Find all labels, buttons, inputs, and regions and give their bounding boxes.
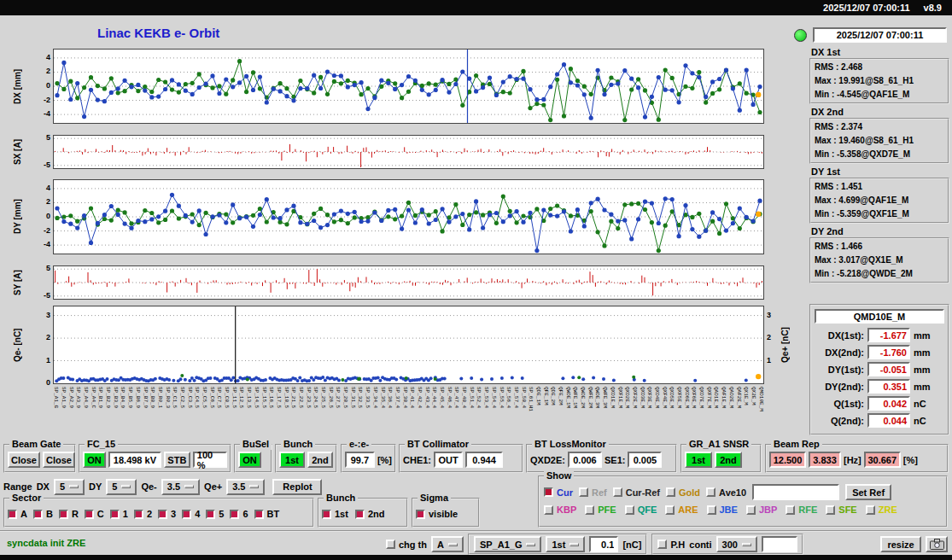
range-dy-select[interactable]: 5: [106, 479, 137, 495]
camera-button[interactable]: [926, 536, 948, 552]
range-dx-select[interactable]: 5: [54, 479, 85, 495]
checkbox-1st[interactable]: 1st: [322, 509, 348, 519]
checkbox-3[interactable]: 3: [158, 509, 176, 519]
busel-on-button[interactable]: ON: [238, 452, 261, 468]
checkbox-bt[interactable]: BT: [254, 509, 280, 519]
gr-a1-1st-button[interactable]: 1st: [685, 452, 712, 468]
bunch-select-bottom[interactable]: 1st: [546, 536, 585, 552]
gr-a1-2nd-button[interactable]: 2nd: [715, 452, 742, 468]
y-tick-label-right: 2: [767, 333, 786, 341]
checkbox-curmref[interactable]: Cur-Ref: [613, 487, 660, 498]
set-ref-button[interactable]: Set Ref: [845, 484, 891, 500]
checkbox-are[interactable]: ARE: [665, 505, 698, 515]
range-qem-select[interactable]: 3.5: [161, 479, 200, 495]
checkbox-ref[interactable]: Ref: [579, 487, 607, 498]
x-axis-label: SP_48_4: [461, 387, 466, 436]
checkbox-ave10[interactable]: Ave10: [706, 487, 746, 498]
checkbox-indicator: [386, 540, 395, 549]
checkbox-b[interactable]: B: [33, 509, 53, 519]
x-axis-label: QWFE_1M: [572, 387, 577, 436]
monitor-label: DY(2nd):: [815, 382, 864, 392]
checkbox-jbe[interactable]: JBE: [707, 505, 738, 515]
aux-input[interactable]: [762, 536, 797, 552]
x-axis-label: SP_B5_9: [127, 387, 132, 436]
stat-group-box: RMS : 2.468Max : 19.991@S8_61_H1Min : -4…: [809, 58, 949, 104]
replot-button[interactable]: Replot: [272, 479, 322, 495]
y-tick-label: -2: [31, 96, 50, 104]
checkbox-indicator: [786, 505, 795, 515]
checkbox-a[interactable]: A: [8, 509, 27, 519]
x-axis-label: QXD5E_M: [669, 387, 674, 436]
checkbox-1[interactable]: 1: [110, 509, 128, 519]
checkbox-cur[interactable]: Cur: [544, 487, 573, 498]
checkbox-gold[interactable]: Gold: [666, 487, 700, 498]
fc15-title: FC_15: [85, 439, 118, 450]
checkbox-qfe[interactable]: QFE: [625, 505, 657, 515]
bunch-2nd-button[interactable]: 2nd: [307, 452, 333, 468]
plot-dx: 420-2-4DX [mm]: [53, 49, 764, 124]
checkbox-jbp[interactable]: JBP: [746, 505, 777, 515]
checkbox-2nd[interactable]: 2nd: [355, 509, 385, 519]
checkbox-kbp[interactable]: KBP: [544, 505, 576, 515]
plot-sy: 5-5SY [A]: [53, 265, 764, 300]
x-axis-label: SP_43_4: [423, 387, 429, 436]
checkbox-indicator: [657, 540, 667, 549]
checkbox-6[interactable]: 6: [230, 509, 248, 519]
x-axis-label: SP_25_5: [320, 387, 325, 436]
option-value: 5: [112, 481, 117, 492]
resize-button[interactable]: resize: [880, 536, 921, 552]
show-row2: KBPPFEQFEAREJBEJBPRFESFEZRE: [540, 500, 946, 515]
fc15-stb-button[interactable]: STB: [164, 452, 190, 468]
sp-select[interactable]: SP_A1_G: [474, 536, 542, 552]
mode-select[interactable]: A: [431, 536, 464, 552]
checkbox-c[interactable]: C: [85, 509, 104, 519]
beam-gate-close-1-button[interactable]: Close: [8, 452, 40, 468]
checkbox-5[interactable]: 5: [206, 509, 224, 519]
stat-line: RMS : 1.466: [815, 240, 944, 254]
checkbox-rfe[interactable]: RFE: [786, 505, 817, 515]
x-axis-label: SP_18_5: [283, 387, 288, 436]
stat-group-title: DX 1st: [811, 47, 949, 57]
ph-checkbox[interactable]: P.H: [657, 540, 685, 550]
gr-a1-snsr-title: GR_A1 SNSR: [686, 439, 751, 450]
checkbox-label: 5: [219, 509, 224, 519]
points-select[interactable]: 300: [716, 536, 757, 552]
checkbox-indicator: [206, 510, 215, 519]
range-label: Range: [3, 481, 32, 492]
checkbox-4[interactable]: 4: [182, 509, 200, 519]
x-axis-label: SP_45_4: [439, 387, 444, 436]
checkbox-pfe[interactable]: PFE: [585, 505, 616, 515]
checkbox-2[interactable]: 2: [134, 509, 152, 519]
checkbox-visible[interactable]: visible: [416, 509, 458, 519]
monitor-panel: QMD10E_M DX(1st):-1.677mmDX(2nd):-1.760m…: [809, 304, 949, 435]
timestamp-display: 2025/12/07 07:00:11: [813, 27, 947, 43]
se1-value-display: 0.005: [628, 452, 662, 468]
y-tick-label-right: 3: [767, 311, 786, 319]
ref-file-input[interactable]: [752, 484, 839, 500]
beam-rep-2-display: 3.833: [809, 452, 841, 468]
x-axis-label: SP_C6_5: [208, 387, 213, 436]
checkbox-label: Ref: [592, 487, 607, 498]
x-axis-label: SP_A1_9: [61, 387, 66, 436]
checkbox-r[interactable]: R: [59, 509, 79, 519]
stat-line: RMS : 1.451: [815, 180, 944, 194]
beam-gate-close-2-button[interactable]: Close: [43, 452, 75, 468]
checkbox-sfe[interactable]: SFE: [826, 505, 856, 515]
checkbox-zre[interactable]: ZRE: [866, 505, 897, 515]
checkbox-label: ZRE: [879, 505, 897, 515]
x-axis-label: QXD4E_M: [654, 387, 659, 436]
x-axis-label: SP_A2_9: [67, 387, 73, 436]
optmenu-bar-icon: [526, 543, 535, 546]
chg-th-checkbox[interactable]: chg th: [386, 540, 427, 550]
beam-rep-3-display: 30.667: [864, 452, 901, 468]
sector-checks: ABRC123456BT: [5, 499, 312, 526]
threshold-input[interactable]: [589, 536, 618, 552]
range-qep-select[interactable]: 3.5: [226, 479, 265, 495]
fc15-on-button[interactable]: ON: [83, 452, 106, 468]
busel-group: BuSel ON: [234, 444, 272, 473]
bunch-1st-button[interactable]: 1st: [279, 452, 305, 468]
checkbox-label: 2: [147, 509, 152, 519]
conti-button[interactable]: conti: [689, 540, 711, 550]
bottom-border: [0, 555, 952, 560]
checkbox-label: 6: [242, 509, 248, 519]
